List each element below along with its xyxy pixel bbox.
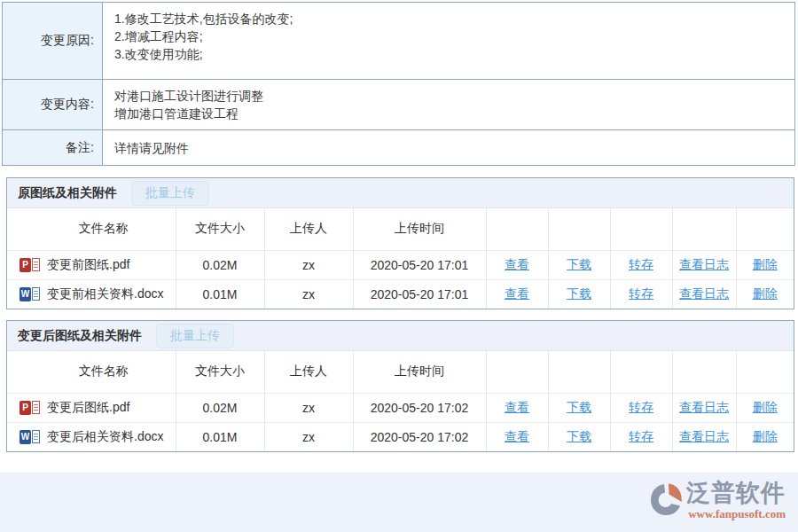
change-reason-line-1: 1.修改工艺技术,包括设备的改变; bbox=[114, 10, 794, 27]
form-row-change-reason: 变更原因: 1.修改工艺技术,包括设备的改变; 2.增减工程内容; 3.改变使用… bbox=[3, 3, 794, 80]
file-upload-time: 2020-05-20 17:02 bbox=[353, 422, 486, 451]
view-link[interactable]: 查看 bbox=[505, 257, 529, 271]
column-header-file-size: 文件大小 bbox=[176, 208, 264, 250]
file-size: 0.01M bbox=[176, 279, 264, 309]
transfer-link[interactable]: 转存 bbox=[629, 429, 653, 443]
file-upload-time: 2020-05-20 17:01 bbox=[353, 250, 486, 279]
word-file-icon: W bbox=[20, 287, 40, 301]
column-header-action bbox=[736, 351, 794, 393]
file-uploader: zx bbox=[264, 393, 353, 422]
delete-link[interactable]: 删除 bbox=[753, 257, 778, 271]
change-reason-line-2: 2.增减工程内容; bbox=[114, 27, 794, 45]
file-name: 变更后图纸.pdf bbox=[47, 400, 129, 416]
delete-link[interactable]: 删除 bbox=[753, 429, 778, 443]
file-size: 0.02M bbox=[176, 250, 264, 279]
transfer-link[interactable]: 转存 bbox=[629, 286, 653, 301]
column-header-uploader: 上传人 bbox=[264, 208, 353, 250]
table-header-row: 文件名称 文件大小 上传人 上传时间 bbox=[7, 351, 794, 393]
file-size: 0.01M bbox=[176, 422, 264, 451]
file-icon-page bbox=[32, 287, 40, 301]
batch-upload-button[interactable]: 批量上传 bbox=[156, 324, 234, 348]
column-header-action bbox=[736, 208, 794, 250]
column-header-action bbox=[610, 208, 672, 250]
file-icon-letter: W bbox=[20, 287, 31, 301]
column-header-uploader: 上传人 bbox=[264, 351, 353, 393]
column-header-upload-time: 上传时间 bbox=[353, 351, 486, 393]
column-header-action bbox=[548, 351, 610, 393]
view-log-link[interactable]: 查看日志 bbox=[679, 400, 729, 414]
footer-band: 泛普软件 www.fanpusoft.com bbox=[0, 473, 798, 532]
file-row: W 变更前相关资料.docx 0.01M zx 2020-05-20 17:01… bbox=[7, 279, 794, 309]
change-content-value: 对港口施工设计图进行调整 增加港口管道建设工程 bbox=[103, 80, 794, 129]
brand-name: 泛普软件 bbox=[686, 480, 786, 506]
file-icon-letter: P bbox=[20, 258, 31, 272]
file-uploader: zx bbox=[264, 279, 353, 309]
table-header-row: 文件名称 文件大小 上传人 上传时间 bbox=[7, 208, 794, 250]
file-row: P 变更后图纸.pdf 0.02M zx 2020-05-20 17:02 查看… bbox=[7, 393, 794, 422]
file-name: 变更前相关资料.docx bbox=[47, 286, 163, 302]
change-content-line-1: 对港口施工设计图进行调整 bbox=[114, 87, 794, 105]
delete-link[interactable]: 删除 bbox=[753, 286, 778, 301]
file-cell: W 变更后相关资料.docx bbox=[20, 429, 176, 445]
column-header-action bbox=[610, 351, 672, 393]
download-link[interactable]: 下载 bbox=[567, 286, 591, 301]
original-attachments-header: 原图纸及相关附件 批量上传 bbox=[7, 178, 794, 208]
form-row-change-content: 变更内容: 对港口施工设计图进行调整 增加港口管道建设工程 bbox=[3, 80, 794, 130]
file-cell: P 变更前图纸.pdf bbox=[20, 257, 176, 273]
file-icon-page bbox=[32, 430, 40, 443]
changed-attachments-section: 变更后图纸及相关附件 批量上传 文件名称 文件大小 上传人 上传时间 bbox=[6, 320, 794, 452]
file-name: 变更后相关资料.docx bbox=[47, 429, 163, 445]
view-log-link[interactable]: 查看日志 bbox=[679, 257, 729, 271]
section-title: 变更后图纸及相关附件 bbox=[18, 328, 142, 344]
remark-value: 详情请见附件 bbox=[103, 130, 794, 165]
word-file-icon: W bbox=[20, 430, 40, 444]
brand-url: www.fanpusoft.com bbox=[688, 507, 786, 521]
download-link[interactable]: 下载 bbox=[567, 429, 591, 443]
fanpu-logo-icon bbox=[648, 481, 684, 517]
pdf-file-icon: P bbox=[20, 401, 40, 415]
file-icon-letter: P bbox=[20, 401, 31, 415]
file-icon-page bbox=[32, 401, 40, 414]
file-upload-time: 2020-05-20 17:01 bbox=[353, 279, 486, 309]
brand-logo: 泛普软件 www.fanpusoft.com bbox=[648, 480, 786, 521]
section-title: 原图纸及相关附件 bbox=[18, 185, 117, 201]
changed-attachments-header: 变更后图纸及相关附件 批量上传 bbox=[7, 321, 794, 351]
form-row-remark: 备注: 详情请见附件 bbox=[3, 130, 794, 165]
view-link[interactable]: 查看 bbox=[505, 400, 529, 414]
file-uploader: zx bbox=[264, 250, 353, 279]
transfer-link[interactable]: 转存 bbox=[629, 257, 653, 271]
column-header-action bbox=[672, 351, 736, 393]
view-log-link[interactable]: 查看日志 bbox=[679, 429, 729, 443]
batch-upload-button[interactable]: 批量上传 bbox=[131, 181, 209, 206]
change-detail-form: 变更原因: 1.修改工艺技术,包括设备的改变; 2.增减工程内容; 3.改变使用… bbox=[2, 2, 795, 166]
transfer-link[interactable]: 转存 bbox=[629, 400, 653, 414]
original-attachments-section: 原图纸及相关附件 批量上传 文件名称 文件大小 上传人 上传时间 bbox=[6, 177, 794, 309]
column-header-action bbox=[486, 351, 548, 393]
file-icon-page bbox=[32, 258, 40, 271]
download-link[interactable]: 下载 bbox=[567, 400, 591, 414]
changed-attachments-table: 文件名称 文件大小 上传人 上传时间 P bbox=[7, 351, 794, 451]
view-log-link[interactable]: 查看日志 bbox=[679, 286, 729, 301]
view-link[interactable]: 查看 bbox=[505, 429, 529, 443]
change-reason-label: 变更原因: bbox=[3, 3, 103, 79]
pdf-file-icon: P bbox=[20, 258, 40, 272]
remark-label: 备注: bbox=[3, 130, 103, 165]
file-size: 0.02M bbox=[176, 393, 264, 422]
original-attachments-table: 文件名称 文件大小 上传人 上传时间 P bbox=[7, 208, 794, 309]
column-header-action bbox=[548, 208, 610, 250]
download-link[interactable]: 下载 bbox=[567, 257, 591, 271]
file-name: 变更前图纸.pdf bbox=[47, 257, 129, 273]
file-icon-letter: W bbox=[20, 430, 31, 444]
delete-link[interactable]: 删除 bbox=[753, 400, 778, 414]
column-header-file-name: 文件名称 bbox=[7, 208, 176, 250]
change-reason-line-3: 3.改变使用功能; bbox=[114, 45, 794, 63]
file-row: P 变更前图纸.pdf 0.02M zx 2020-05-20 17:01 查看… bbox=[7, 250, 794, 279]
column-header-action bbox=[486, 208, 548, 250]
column-header-action bbox=[672, 208, 736, 250]
file-uploader: zx bbox=[264, 422, 353, 451]
change-reason-value: 1.修改工艺技术,包括设备的改变; 2.增减工程内容; 3.改变使用功能; bbox=[103, 3, 794, 79]
file-cell: W 变更前相关资料.docx bbox=[20, 286, 176, 302]
view-link[interactable]: 查看 bbox=[505, 286, 529, 301]
change-content-line-2: 增加港口管道建设工程 bbox=[114, 105, 794, 122]
column-header-file-size: 文件大小 bbox=[176, 351, 264, 393]
